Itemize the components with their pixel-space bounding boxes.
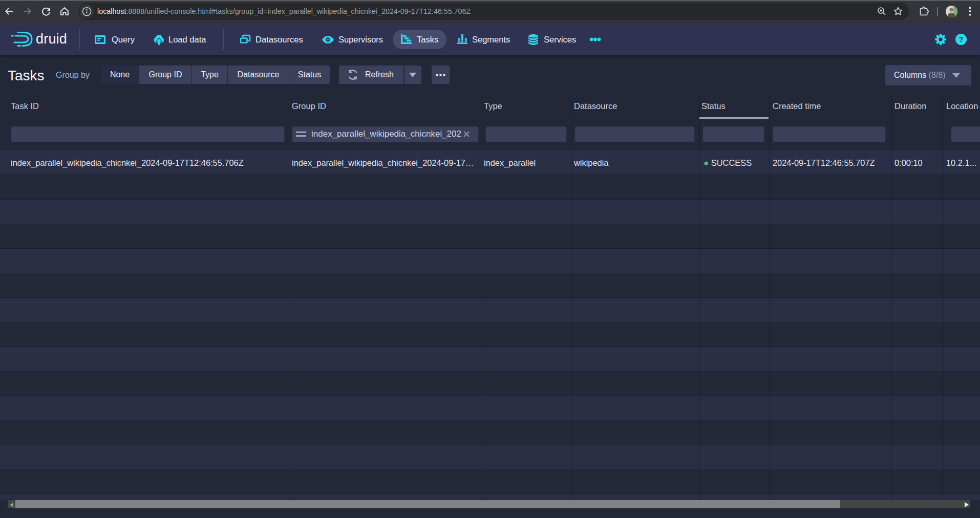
svg-text:?: ? (958, 35, 963, 44)
